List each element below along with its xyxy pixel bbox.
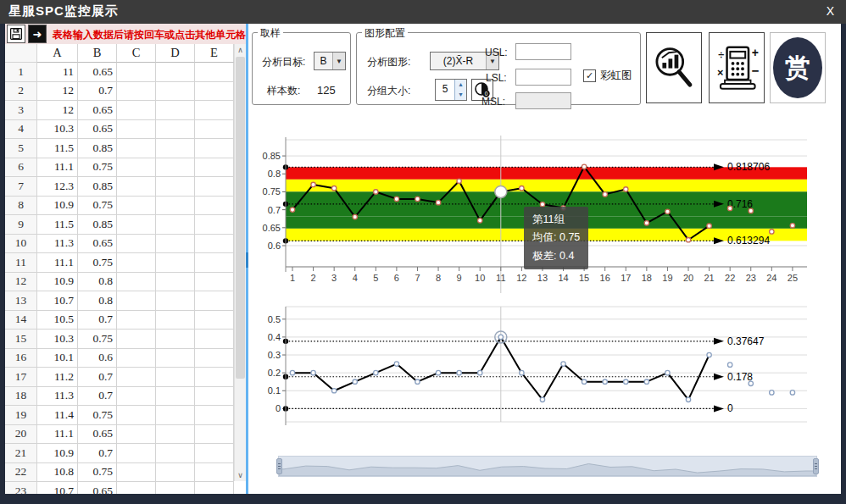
cell-C[interactable] <box>117 273 156 292</box>
table-scrollbar[interactable]: ∧ ∨ <box>234 44 246 481</box>
scroll-down-icon[interactable]: ∨ <box>235 469 246 481</box>
cell-A[interactable]: 10.7 <box>37 291 78 311</box>
row-header[interactable]: 12 <box>5 273 37 292</box>
cell-B[interactable]: 0.8 <box>78 273 117 292</box>
cell-B[interactable]: 0.65 <box>78 101 117 120</box>
data-point[interactable] <box>624 379 628 384</box>
usl-input[interactable] <box>515 43 571 60</box>
cell-E[interactable] <box>195 63 234 82</box>
cell-E[interactable] <box>195 406 234 425</box>
cell-C[interactable] <box>117 120 156 140</box>
row-header[interactable]: 2 <box>5 82 37 102</box>
column-header-B[interactable]: B <box>78 44 117 63</box>
cell-C[interactable] <box>117 406 156 425</box>
cell-E[interactable] <box>195 349 234 368</box>
cell-D[interactable] <box>156 291 195 311</box>
cell-D[interactable] <box>156 463 195 483</box>
row-header[interactable]: 9 <box>5 215 37 235</box>
navigator-left-handle[interactable] <box>276 458 282 474</box>
row-header[interactable]: 6 <box>5 158 37 178</box>
cell-C[interactable] <box>117 368 156 387</box>
cell-A[interactable]: 10.9 <box>37 444 78 463</box>
cell-A[interactable]: 11.1 <box>37 425 78 445</box>
preview-point[interactable] <box>727 206 732 210</box>
row-header[interactable]: 18 <box>5 387 37 407</box>
cell-D[interactable] <box>156 425 195 445</box>
cell-C[interactable] <box>117 311 156 330</box>
cell-A[interactable]: 12 <box>37 101 78 120</box>
data-point[interactable] <box>540 397 544 402</box>
cell-A[interactable]: 10.8 <box>37 463 78 483</box>
cell-D[interactable] <box>156 349 195 368</box>
cell-C[interactable] <box>117 82 156 102</box>
close-button[interactable]: X <box>827 4 834 18</box>
cell-C[interactable] <box>117 235 156 254</box>
cell-E[interactable] <box>195 330 234 349</box>
cell-A[interactable]: 11.5 <box>37 139 78 158</box>
cell-A[interactable]: 10.7 <box>37 482 78 494</box>
cell-A[interactable]: 11.5 <box>37 215 78 235</box>
cell-B[interactable]: 0.65 <box>78 425 117 445</box>
row-header[interactable]: 17 <box>5 368 37 387</box>
data-point[interactable] <box>415 379 420 384</box>
cell-E[interactable] <box>195 120 234 140</box>
cell-E[interactable] <box>195 444 234 463</box>
cell-B[interactable]: 0.7 <box>78 387 117 407</box>
cell-D[interactable] <box>156 235 195 254</box>
cell-B[interactable]: 0.75 <box>78 463 117 483</box>
data-point[interactable] <box>394 362 398 366</box>
data-point[interactable] <box>603 379 607 384</box>
analysis-zoom-button[interactable] <box>646 32 702 103</box>
data-point[interactable] <box>707 352 711 357</box>
data-point[interactable] <box>290 208 294 212</box>
cell-D[interactable] <box>156 215 195 235</box>
cell-B[interactable]: 0.75 <box>78 253 117 273</box>
scrollbar-thumb[interactable] <box>236 57 245 379</box>
data-point[interactable] <box>457 179 461 183</box>
data-point[interactable] <box>582 379 586 384</box>
data-point[interactable] <box>436 370 440 374</box>
data-point[interactable] <box>498 335 503 339</box>
cell-C[interactable] <box>117 291 156 311</box>
preview-point[interactable] <box>770 230 774 234</box>
cell-D[interactable] <box>156 311 195 330</box>
row-header[interactable]: 7 <box>5 177 37 197</box>
data-point[interactable] <box>457 370 461 374</box>
cell-E[interactable] <box>195 215 234 235</box>
cell-E[interactable] <box>195 177 234 197</box>
data-point[interactable] <box>707 224 711 228</box>
data-point[interactable] <box>394 197 398 201</box>
cell-C[interactable] <box>117 158 156 178</box>
cell-D[interactable] <box>156 82 195 102</box>
rainbow-checkbox[interactable]: ✓ 彩虹图 <box>583 69 632 83</box>
data-point[interactable] <box>644 379 648 384</box>
data-point[interactable] <box>353 379 357 384</box>
data-point[interactable] <box>665 209 670 213</box>
cell-A[interactable]: 10.3 <box>37 330 78 349</box>
cell-E[interactable] <box>195 101 234 120</box>
data-point[interactable] <box>415 197 420 201</box>
cell-E[interactable] <box>195 82 234 102</box>
stepper-up-icon[interactable]: ▲ <box>455 80 466 90</box>
row-header[interactable]: 20 <box>5 425 37 445</box>
data-point[interactable] <box>374 190 378 194</box>
cell-A[interactable]: 11.1 <box>37 253 78 273</box>
column-header-C[interactable]: C <box>117 44 156 63</box>
cell-D[interactable] <box>156 387 195 407</box>
cell-E[interactable] <box>195 291 234 311</box>
scroll-up-icon[interactable]: ∧ <box>235 44 246 56</box>
preview-point[interactable] <box>749 381 753 385</box>
cell-D[interactable] <box>156 444 195 463</box>
data-point[interactable] <box>624 187 628 191</box>
cell-B[interactable]: 0.65 <box>78 482 117 494</box>
row-header[interactable]: 15 <box>5 330 37 349</box>
cell-A[interactable]: 11.1 <box>37 158 78 178</box>
data-point[interactable] <box>686 238 690 242</box>
cell-E[interactable] <box>195 387 234 407</box>
data-point[interactable] <box>311 182 315 186</box>
cell-B[interactable]: 0.65 <box>78 120 117 140</box>
analysis-target-select[interactable]: B ▼ <box>314 52 346 70</box>
data-point[interactable] <box>331 389 336 393</box>
cell-D[interactable] <box>156 63 195 82</box>
cell-D[interactable] <box>156 177 195 197</box>
